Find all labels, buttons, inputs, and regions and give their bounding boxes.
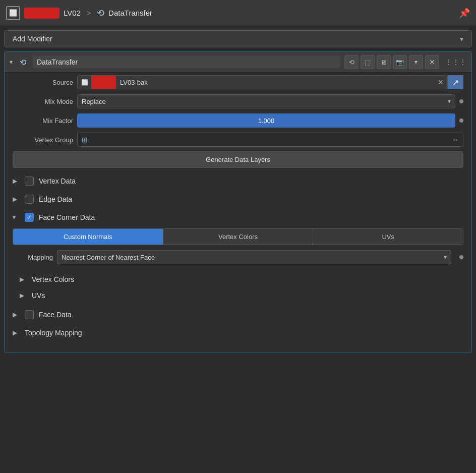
- source-object-name: LV03-bak: [116, 79, 152, 86]
- vertex-group-field[interactable]: ⊞ ↔: [77, 133, 463, 147]
- topology-mapping-subsection[interactable]: ▶ Topology Mapping: [5, 324, 471, 342]
- pin-icon[interactable]: 📌: [459, 8, 470, 19]
- uvs-sub-label: UVs: [32, 291, 45, 300]
- source-object-color: [92, 76, 116, 89]
- mix-mode-text: Replace: [82, 98, 106, 105]
- mix-factor-value: 1.000: [77, 113, 463, 128]
- expand-icon: ▾: [414, 58, 418, 66]
- modifier-breadcrumb-icon: ⟲: [97, 8, 104, 19]
- vertex-group-value: ⊞ ↔: [77, 133, 463, 147]
- source-object-icon: ⬜: [78, 75, 92, 89]
- breadcrumb-separator: >: [87, 9, 91, 17]
- vertex-group-arrows: ↔: [452, 136, 459, 144]
- modifier-breadcrumb-title: DataTransfer: [108, 9, 152, 17]
- view-icon: ⬜: [6, 6, 20, 20]
- mix-factor-dot: [459, 119, 463, 123]
- realtime-icon: ⟲: [349, 58, 354, 66]
- display-icon: 🖥: [381, 58, 387, 66]
- object-color-block: [24, 8, 60, 19]
- mapping-text: Nearest Corner of Nearest Face: [62, 254, 155, 261]
- modifier-header: ▾ ⟲ ⟲ ⬚ 🖥 📷 ▾ ✕ ⋮⋮⋮: [5, 52, 471, 73]
- source-row: Source ⬜ LV03-bak ✕ ↗: [5, 73, 471, 92]
- modifier-name-input[interactable]: [33, 56, 340, 68]
- face-data-label: Face Data: [39, 311, 72, 319]
- mix-mode-arrow: ▾: [448, 98, 451, 105]
- expand-btn[interactable]: ▾: [409, 55, 423, 69]
- mix-mode-label: Mix Mode: [13, 98, 73, 105]
- mapping-dot: [459, 255, 463, 259]
- vertex-group-label: Vertex Group: [13, 136, 73, 144]
- render-icon: ⬚: [365, 58, 371, 66]
- edge-data-arrow: ▶: [13, 196, 20, 203]
- source-label: Source: [13, 79, 73, 86]
- modifier-dots[interactable]: ⋮⋮⋮: [445, 58, 466, 66]
- source-value: ⬜ LV03-bak ✕ ↗: [77, 75, 463, 89]
- face-data-arrow: ▶: [13, 311, 20, 318]
- vertex-data-checkbox[interactable]: [25, 176, 34, 186]
- mix-factor-row: Mix Factor 1.000: [5, 111, 471, 130]
- source-picker-btn[interactable]: ↗: [447, 75, 463, 89]
- object-name: LV02: [64, 9, 81, 17]
- mix-mode-dot: [459, 99, 463, 103]
- mix-factor-text: 1.000: [258, 117, 275, 125]
- vertex-data-arrow: ▶: [13, 178, 20, 185]
- close-icon: ✕: [429, 58, 435, 66]
- generate-data-layers-btn[interactable]: Generate Data Layers: [13, 151, 463, 168]
- vertex-group-row: Vertex Group ⊞ ↔: [5, 130, 471, 149]
- face-data-subsection[interactable]: ▶ Face Data: [5, 306, 471, 324]
- top-bar: ⬜ LV02 > ⟲ DataTransfer 📌: [0, 0, 476, 26]
- vertex-data-section[interactable]: ▶ Vertex Data: [5, 172, 471, 190]
- modifier-type-icon: ⟲: [17, 56, 29, 68]
- tab-uvs[interactable]: UVs: [313, 229, 463, 245]
- tab-custom-normals[interactable]: Custom Normals: [13, 229, 163, 245]
- render2-icon: 📷: [396, 58, 404, 66]
- mapping-arrow: ▾: [444, 254, 447, 261]
- vertex-data-label: Vertex Data: [39, 177, 76, 185]
- mix-factor-slider[interactable]: 1.000: [77, 113, 455, 128]
- face-corner-checkbox[interactable]: [25, 213, 34, 222]
- source-icon-glyph: ⬜: [81, 79, 88, 86]
- realtime-icon-btn[interactable]: ⟲: [344, 55, 359, 69]
- render2-icon-btn[interactable]: 📷: [393, 55, 407, 69]
- uvs-sub-arrow: ▶: [20, 292, 27, 299]
- mix-mode-value: Replace ▾: [77, 94, 463, 108]
- source-field[interactable]: ⬜ LV03-bak ✕: [77, 75, 447, 89]
- vertex-colors-subsection[interactable]: ▶ Vertex Colors: [5, 271, 471, 287]
- display-icon-btn[interactable]: 🖥: [377, 55, 391, 69]
- close-modifier-btn[interactable]: ✕: [425, 55, 439, 69]
- view-icon-glyph: ⬜: [9, 9, 17, 17]
- topology-arrow: ▶: [13, 329, 20, 336]
- face-data-checkbox[interactable]: [25, 310, 34, 319]
- tab-uvs-label: UVs: [382, 233, 394, 241]
- mapping-dropdown[interactable]: Nearest Corner of Nearest Face ▾: [57, 250, 451, 264]
- mix-mode-dropdown[interactable]: Replace ▾: [77, 94, 455, 108]
- vertex-colors-sub-label: Vertex Colors: [32, 275, 74, 283]
- tab-custom-normals-label: Custom Normals: [64, 233, 112, 241]
- source-clear-btn[interactable]: ✕: [435, 78, 447, 86]
- collapse-arrow[interactable]: ▾: [10, 58, 13, 66]
- face-corner-subtabs: Custom Normals Vertex Colors UVs: [13, 228, 463, 245]
- vertex-group-icon: ⊞: [82, 136, 88, 144]
- mix-mode-row: Mix Mode Replace ▾: [5, 92, 471, 111]
- add-modifier-chevron: ▾: [460, 35, 463, 43]
- face-corner-arrow: ▾: [13, 214, 20, 221]
- generate-btn-label: Generate Data Layers: [206, 156, 270, 163]
- tab-vertex-colors-label: Vertex Colors: [218, 233, 258, 241]
- edge-data-section[interactable]: ▶ Edge Data: [5, 190, 471, 208]
- tab-vertex-colors[interactable]: Vertex Colors: [163, 229, 314, 245]
- topology-label: Topology Mapping: [25, 329, 82, 337]
- edge-data-checkbox[interactable]: [25, 195, 34, 204]
- vertex-colors-sub-arrow: ▶: [20, 276, 27, 283]
- face-corner-data-section[interactable]: ▾ Face Corner Data: [5, 208, 471, 226]
- uvs-subsection[interactable]: ▶ UVs: [5, 287, 471, 304]
- mapping-label: Mapping: [13, 254, 53, 261]
- edge-data-label: Edge Data: [39, 195, 72, 203]
- render-icon-btn[interactable]: ⬚: [361, 55, 375, 69]
- face-corner-label: Face Corner Data: [39, 213, 95, 221]
- add-modifier-button[interactable]: Add Modifier ▾: [4, 30, 472, 47]
- mapping-row: Mapping Nearest Corner of Nearest Face ▾: [5, 247, 471, 267]
- modifier-header-icons: ⟲ ⬚ 🖥 📷 ▾ ✕: [344, 55, 439, 69]
- mix-factor-label: Mix Factor: [13, 117, 73, 125]
- modifier-panel: ▾ ⟲ ⟲ ⬚ 🖥 📷 ▾ ✕ ⋮⋮⋮ Source: [4, 51, 472, 352]
- add-modifier-label: Add Modifier: [13, 35, 52, 43]
